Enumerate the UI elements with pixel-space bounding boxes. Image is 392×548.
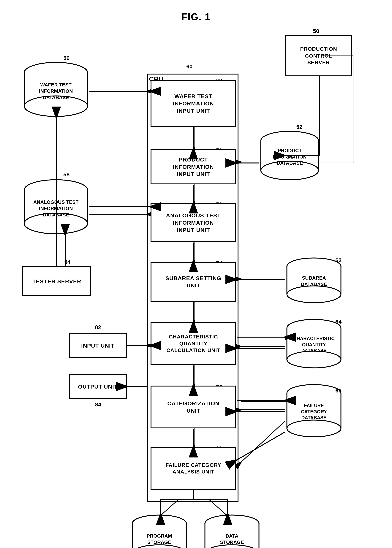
label-84: 84 <box>95 401 101 408</box>
svg-line-19 <box>241 421 285 462</box>
data-storage-label: DATA STORAGE <box>218 529 246 548</box>
label-64: 64 <box>335 319 342 325</box>
failure-category-db-label: FAILURE CATEGORY DATABASE <box>299 399 329 423</box>
categorization-box: CATEGORIZATION UNIT <box>151 386 236 428</box>
analogous-test-db-cylinder: ANALOGOUS TEST INFORMATION DATABASE <box>22 179 89 235</box>
svg-line-87 <box>237 432 285 460</box>
product-info-input-label: PRODUCT INFORMATION INPUT UNIT <box>173 156 214 178</box>
subarea-db-label: SUBAREA DATABASE <box>299 271 329 290</box>
product-info-input-box: PRODUCT INFORMATION INPUT UNIT <box>151 149 236 184</box>
subarea-setting-box: SUBAREA SETTING UNIT <box>151 262 236 302</box>
failure-category-box: FAILURE CATEGORY ANALYSIS UNIT <box>151 447 236 490</box>
output-unit-label: OUTPUT UNIT <box>78 383 118 390</box>
wafer-test-input-box: WAFER TEST INFORMATION INPUT UNIT <box>151 80 236 127</box>
characteristic-calc-label: CHARACTERISTIC QUANTITY CALCULATION UNIT <box>166 333 220 354</box>
label-66: 66 <box>335 388 342 394</box>
input-unit-box: INPUT UNIT <box>69 333 127 358</box>
page: FIG. 1 <box>0 0 392 548</box>
characteristic-db-label: CHARACTERISTIC QUANTITY DATABASE <box>291 332 336 356</box>
tester-server-box: TESTER SERVER <box>22 266 91 296</box>
product-info-db-label: PRODUCT INFORMATION DATABASE <box>271 143 308 168</box>
product-info-db-cylinder: PRODUCT INFORMATION DATABASE <box>259 130 321 181</box>
production-control-server-box: PRODUCTION CONTROL SERVER <box>285 35 352 76</box>
categorization-label: CATEGORIZATION UNIT <box>167 400 219 414</box>
analogous-test-input-box: ANALOGOUS TEST INFORMATION INPUT UNIT <box>151 203 236 242</box>
characteristic-db-cylinder: CHARACTERISTIC QUANTITY DATABASE <box>285 319 343 369</box>
label-52: 52 <box>296 124 302 130</box>
data-storage-cylinder: DATA STORAGE <box>203 514 261 548</box>
failure-category-db-cylinder: FAILURE CATEGORY DATABASE <box>285 384 343 438</box>
analogous-test-db-label: ANALOGOUS TEST INFORMATION DATABASE <box>31 194 80 220</box>
label-58: 58 <box>63 171 70 178</box>
program-storage-label: PROGRAM STORAGE <box>145 529 174 548</box>
output-unit-box: OUTPUT UNIT <box>69 375 127 399</box>
input-unit-label: INPUT UNIT <box>81 342 114 349</box>
label-82: 82 <box>95 324 101 330</box>
subarea-db-cylinder: SUBAREA DATABASE <box>285 257 343 304</box>
label-60: 60 <box>186 63 192 70</box>
label-54: 54 <box>64 259 70 265</box>
subarea-setting-label: SUBAREA SETTING UNIT <box>165 275 222 289</box>
characteristic-calc-box: CHARACTERISTIC QUANTITY CALCULATION UNIT <box>151 322 236 365</box>
failure-category-label: FAILURE CATEGORY ANALYSIS UNIT <box>165 462 221 475</box>
wafer-test-input-label: WAFER TEST INFORMATION INPUT UNIT <box>173 93 214 114</box>
analogous-test-input-label: ANALOGOUS TEST INFORMATION INPUT UNIT <box>166 212 221 234</box>
label-56: 56 <box>63 55 70 61</box>
tester-server-label: TESTER SERVER <box>32 278 81 285</box>
production-control-server-label: PRODUCTION CONTROL SERVER <box>300 46 337 66</box>
program-storage-cylinder: PROGRAM STORAGE <box>130 514 188 548</box>
label-50: 50 <box>313 28 319 34</box>
wafer-test-db-cylinder: WAFER TEST INFORMATION DATABASE <box>22 62 89 117</box>
label-62: 62 <box>335 257 342 264</box>
figure-title: FIG. 1 <box>0 0 392 22</box>
wafer-test-db-label: WAFER TEST INFORMATION DATABASE <box>37 76 75 103</box>
